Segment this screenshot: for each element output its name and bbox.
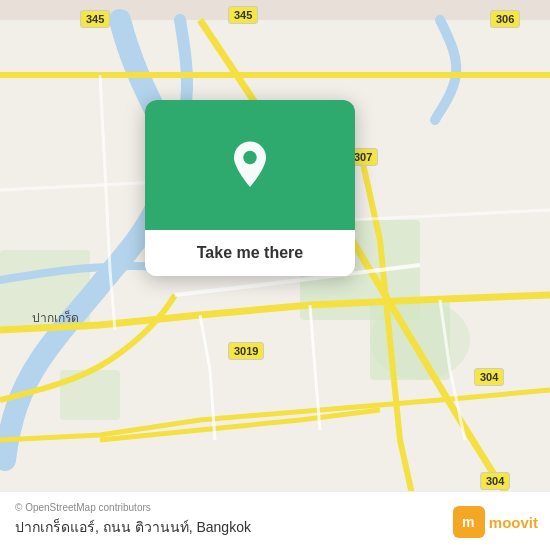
road-label-3019: 3019 — [228, 342, 264, 360]
road-label-304-mid: 304 — [474, 368, 504, 386]
card-green-area — [145, 100, 355, 230]
road-label-304-bottom: 304 — [480, 472, 510, 490]
svg-text:m: m — [462, 514, 474, 530]
road-label-306: 306 — [490, 10, 520, 28]
moovit-label: moovit — [489, 514, 538, 531]
moovit-logo: m moovit — [453, 506, 538, 538]
moovit-icon: m — [453, 506, 485, 538]
place-label-pak-kret: ปากเกร็ด — [32, 308, 79, 327]
moovit-icon-svg: m — [459, 512, 479, 532]
svg-point-6 — [243, 151, 257, 165]
location-card: Take me there — [145, 100, 355, 276]
map-container: 345 345 306 307 304 3019 304 ปากเกร็ด Ta… — [0, 0, 550, 550]
road-label-345-center: 345 — [228, 6, 258, 24]
location-pin-icon — [223, 138, 277, 192]
road-label-345-left: 345 — [80, 10, 110, 28]
take-me-there-button[interactable]: Take me there — [145, 230, 355, 276]
